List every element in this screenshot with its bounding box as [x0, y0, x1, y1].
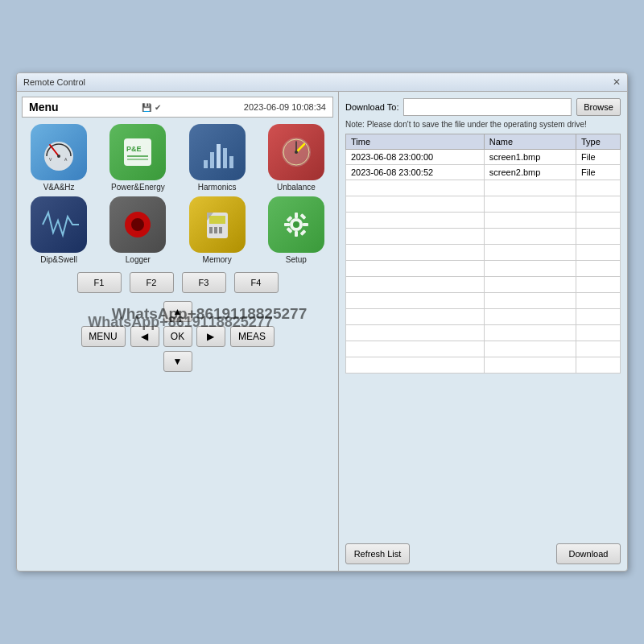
row2-type: File — [576, 165, 621, 180]
download-to-label: Download To: — [345, 102, 398, 112]
icon-item-pe[interactable]: P&E Power&Energy — [101, 124, 175, 192]
nav-up-button[interactable]: ▲ — [163, 301, 192, 322]
nav-controls: MENU ▲ ◀ OK ▶ ▼ MEAS — [22, 301, 333, 372]
download-row: Download To: Browse — [345, 98, 621, 116]
nav-left-button[interactable]: ◀ — [130, 326, 159, 347]
icon-box-dip — [31, 196, 87, 253]
icon-label-unbal: Unbalance — [277, 183, 316, 192]
svg-rect-34 — [299, 229, 306, 236]
empty-row — [346, 309, 621, 325]
empty-row — [346, 277, 621, 293]
nav-down-button[interactable]: ▼ — [163, 351, 192, 372]
icon-label-harm: Harmonics — [198, 183, 237, 192]
empty-row — [346, 293, 621, 309]
icon-label-va: V&A&Hz — [43, 183, 75, 192]
disk-icon: 💾 — [142, 103, 151, 112]
svg-point-2 — [57, 155, 60, 158]
svg-rect-13 — [229, 156, 233, 168]
pe-icon: P&E — [118, 132, 158, 172]
title-bar: Remote Control ✕ — [17, 73, 627, 92]
svg-rect-31 — [284, 223, 290, 226]
svg-rect-10 — [210, 152, 214, 168]
icon-label-setup: Setup — [286, 255, 307, 264]
row2-name: screen2.bmp — [484, 165, 576, 180]
file-table-wrapper: Time Name Type 2023-06-08 23:00:00 scree… — [345, 134, 621, 537]
svg-rect-30 — [295, 231, 298, 237]
svg-rect-12 — [223, 148, 227, 168]
col-type: Type — [576, 134, 621, 150]
left-panel: Menu 💾 ✔ 2023-06-09 10:08:34 WhatsApp+86… — [17, 92, 339, 571]
icon-label-logger: Logger — [126, 255, 151, 264]
icon-item-unbal[interactable]: Unbalance — [259, 124, 333, 192]
bottom-buttons: Refresh List Download — [345, 543, 621, 564]
table-row[interactable]: 2023-06-08 23:00:00 screen1.bmp File — [346, 150, 621, 165]
download-path-input[interactable] — [403, 98, 572, 116]
empty-row — [346, 341, 621, 357]
menu-button[interactable]: MENU — [81, 326, 126, 347]
harm-icon — [197, 132, 237, 172]
icon-item-setup[interactable]: Setup — [259, 196, 333, 264]
f3-button[interactable]: F3 — [182, 272, 226, 293]
empty-row — [346, 325, 621, 341]
va-gauge-icon: V A — [39, 132, 79, 172]
icon-item-dip[interactable]: Dip&Swell — [22, 196, 96, 264]
meas-button[interactable]: MEAS — [230, 326, 275, 347]
svg-rect-29 — [295, 213, 298, 218]
svg-point-20 — [131, 218, 144, 231]
icon-box-memory — [189, 196, 246, 253]
empty-row — [346, 229, 621, 245]
icon-box-setup — [268, 196, 324, 253]
refresh-list-button[interactable]: Refresh List — [345, 543, 410, 564]
main-content: Menu 💾 ✔ 2023-06-09 10:08:34 WhatsApp+86… — [17, 92, 627, 571]
icon-box-va: V A — [31, 124, 87, 180]
empty-row — [346, 213, 621, 229]
icon-item-harm[interactable]: Harmonics — [180, 124, 254, 192]
f4-button[interactable]: F4 — [234, 272, 279, 293]
svg-rect-24 — [214, 227, 217, 233]
icon-item-memory[interactable]: Memory — [180, 196, 254, 264]
svg-rect-26 — [209, 216, 225, 224]
browse-button[interactable]: Browse — [576, 98, 621, 116]
icon-label-memory: Memory — [203, 255, 232, 264]
empty-row — [346, 245, 621, 261]
menu-bar: Menu 💾 ✔ 2023-06-09 10:08:34 — [22, 97, 333, 118]
menu-title: Menu — [29, 101, 59, 114]
icon-box-unbal — [268, 124, 324, 180]
svg-rect-23 — [209, 227, 213, 233]
menu-bar-icons: 💾 ✔ — [142, 103, 161, 112]
file-table-header: Time Name Type — [346, 134, 621, 150]
icon-label-pe: Power&Energy — [111, 183, 165, 192]
svg-text:P&E: P&E — [126, 145, 142, 153]
datetime-display: 2023-06-09 10:08:34 — [244, 102, 326, 112]
right-panel: Download To: Browse Note: Please don't t… — [339, 92, 627, 571]
logger-icon — [118, 204, 158, 245]
f1-button[interactable]: F1 — [77, 272, 122, 293]
row1-time: 2023-06-08 23:00:00 — [346, 150, 485, 165]
file-table: Time Name Type 2023-06-08 23:00:00 scree… — [345, 134, 621, 374]
download-button[interactable]: Download — [556, 543, 621, 564]
nav-right-button[interactable]: ▶ — [196, 326, 225, 347]
row1-name: screen1.bmp — [484, 150, 576, 165]
icon-item-logger[interactable]: Logger — [101, 196, 175, 264]
main-window: Remote Control ✕ Menu 💾 ✔ 2023-06-09 10:… — [16, 72, 628, 572]
close-button[interactable]: ✕ — [613, 76, 621, 88]
svg-rect-11 — [217, 144, 221, 168]
row1-type: File — [576, 150, 621, 165]
check-icon: ✔ — [155, 103, 161, 112]
setup-icon — [276, 204, 316, 245]
empty-row — [346, 261, 621, 277]
svg-rect-32 — [303, 223, 308, 226]
icon-grid: WhatsApp+8619118825277 V A V&A&Hz — [22, 124, 333, 264]
f2-button[interactable]: F2 — [130, 272, 174, 293]
svg-rect-9 — [204, 160, 208, 168]
unbal-icon — [276, 132, 316, 172]
table-row[interactable]: 2023-06-08 23:00:52 screen2.bmp File — [346, 165, 621, 180]
empty-row — [346, 357, 621, 374]
icon-box-harm — [189, 124, 246, 180]
icon-item-va[interactable]: V A V&A&Hz — [22, 124, 96, 192]
ok-button[interactable]: OK — [163, 326, 192, 347]
nav-column: ▲ ◀ OK ▶ ▼ — [130, 301, 225, 372]
note-text: Note: Please don't to save the file unde… — [345, 120, 621, 129]
col-name: Name — [484, 134, 576, 150]
function-buttons: F1 F2 F3 F4 — [22, 272, 333, 293]
